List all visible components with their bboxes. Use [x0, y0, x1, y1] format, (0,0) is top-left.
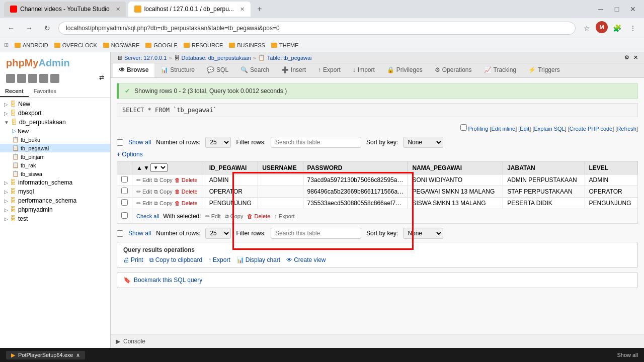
tab-browse[interactable]: 👁 Browse: [113, 63, 154, 77]
tree-table-tb-pinjam[interactable]: 📋 tb_pinjam: [0, 152, 110, 161]
show-all-checkbox-bottom[interactable]: [117, 230, 123, 237]
th-password[interactable]: PASSWORD: [303, 161, 408, 174]
print-link[interactable]: 🖨 Print: [123, 256, 143, 263]
row1-checkbox[interactable]: [121, 176, 128, 183]
profile-button[interactable]: M: [596, 21, 608, 33]
edit-inline-link[interactable]: Edit inline: [491, 126, 515, 132]
show-all-checkbox-top[interactable]: [117, 139, 123, 146]
tab-sql[interactable]: 💬 SQL: [201, 63, 234, 77]
bulk-delete-link[interactable]: 🗑 Delete: [247, 213, 270, 219]
tree-table-tb-buku[interactable]: 📋 tb_buku: [0, 135, 110, 144]
tree-table-tb-pegawai[interactable]: 📋 tb_pegawai: [0, 144, 110, 152]
taskbar-app[interactable]: ▶ PotPlayerSetup64.exe ∧: [6, 351, 85, 359]
gear-settings-icon[interactable]: ⚙: [624, 54, 629, 61]
tab-localhost[interactable]: localhost / 127.0.0.1 / db_perpu... ✕: [128, 2, 251, 17]
extensions-button[interactable]: 🧩: [610, 21, 624, 35]
row3-delete-link[interactable]: 🗑 Delete: [175, 200, 198, 206]
settings-icon[interactable]: [17, 74, 26, 83]
bm-overclock[interactable]: OVERCLOCK: [54, 42, 97, 48]
bm-resource[interactable]: RESOURCE: [184, 42, 223, 48]
tree-item-mysql[interactable]: ▷ 🗄 mysql: [0, 187, 110, 196]
rows-select-bottom[interactable]: 25 50 100: [205, 228, 231, 239]
taskbar-show-all[interactable]: Show all: [617, 352, 638, 358]
row2-copy-link[interactable]: ⧉ Copy: [154, 189, 173, 195]
tree-table-tb-rak[interactable]: 📋 tb_rak: [0, 161, 110, 169]
tab-youtube[interactable]: Channel videos - YouTube Studio ✕: [4, 2, 126, 17]
server-link[interactable]: Server: 127.0.0.1: [124, 55, 167, 61]
tree-item-db-perpustakaan[interactable]: ▼ 🗄 db_perpustakaan: [0, 118, 110, 127]
sort-by-key-select-bottom[interactable]: None: [403, 228, 443, 239]
tree-item-phpmyadmin[interactable]: ▷ 🗄 phpmyadmin: [0, 205, 110, 214]
rows-select-top[interactable]: 25 50 100: [205, 137, 231, 148]
tree-item-new[interactable]: ▷ 🗄 New: [0, 100, 110, 109]
info-icon[interactable]: [28, 74, 37, 83]
tab-localhost-close[interactable]: ✕: [240, 6, 245, 13]
new-tab-button[interactable]: +: [253, 2, 267, 16]
minimize-button[interactable]: ─: [594, 2, 608, 16]
tab-export[interactable]: ↑ Export: [312, 63, 347, 77]
tab-insert[interactable]: ➕ Insert: [275, 63, 312, 77]
home-icon[interactable]: [6, 74, 15, 83]
profiling-checkbox[interactable]: [460, 124, 467, 131]
sidebar-tab-recent[interactable]: Recent: [0, 86, 29, 97]
database-link[interactable]: Database: db_perpustakaan: [182, 55, 251, 61]
row1-copy-link[interactable]: ⧉ Copy: [154, 177, 173, 184]
row3-checkbox[interactable]: [121, 199, 128, 206]
bm-theme[interactable]: THEME: [271, 42, 299, 48]
filter-rows-input-top[interactable]: [271, 137, 361, 148]
back-button[interactable]: ←: [4, 21, 18, 35]
bulk-copy-link[interactable]: ⧉ Copy: [225, 213, 244, 220]
th-jabatan[interactable]: JABATAN: [503, 161, 585, 174]
tab-triggers[interactable]: ⚡ Triggers: [522, 63, 566, 77]
row1-edit-link[interactable]: ✏ Edit: [136, 177, 152, 184]
filter-rows-input-bottom[interactable]: [271, 228, 361, 239]
close-panel-icon[interactable]: ✕: [633, 54, 638, 61]
tree-table-new[interactable]: ▷ New: [0, 127, 110, 135]
reload-button[interactable]: ↻: [40, 21, 54, 35]
create-php-link[interactable]: Create PHP code: [570, 126, 612, 132]
options-link[interactable]: + Options: [117, 151, 143, 158]
row2-checkbox[interactable]: [121, 188, 128, 194]
show-all-link-bottom[interactable]: Show all: [128, 230, 151, 237]
refresh-icon[interactable]: [50, 74, 59, 83]
sidebar-tab-favorites[interactable]: Favorites: [29, 86, 61, 97]
tab-operations[interactable]: ⚙ Operations: [429, 63, 478, 77]
th-username[interactable]: USERNAME: [258, 161, 303, 174]
sort-up-icon[interactable]: ▲: [136, 164, 142, 171]
row3-copy-link[interactable]: ⧉ Copy: [154, 200, 173, 207]
tab-search[interactable]: 🔍 Search: [234, 63, 275, 77]
close-button[interactable]: ✕: [626, 2, 640, 16]
sort-select[interactable]: ▼: [150, 163, 168, 172]
edit-link[interactable]: Edit: [520, 126, 529, 132]
menu-button[interactable]: ⋮: [626, 21, 640, 35]
export-link[interactable]: ↑ Export: [208, 256, 230, 263]
bookmark-link[interactable]: Bookmark this SQL query: [134, 277, 202, 284]
tab-tracking[interactable]: 📈 Tracking: [478, 63, 523, 77]
profiling-link[interactable]: Profiling: [468, 126, 489, 132]
tree-item-information-schema[interactable]: ▷ 🗄 information_schema: [0, 178, 110, 187]
tab-youtube-close[interactable]: ✕: [116, 6, 120, 13]
refresh-link[interactable]: Refresh: [617, 126, 636, 132]
tab-import[interactable]: ↓ Import: [347, 63, 381, 77]
console-bar[interactable]: ▶ Console: [111, 334, 644, 348]
th-level[interactable]: LEVEL: [585, 161, 638, 174]
explain-sql-link[interactable]: Explain SQL: [534, 126, 565, 132]
row3-edit-link[interactable]: ✏ Edit: [136, 200, 152, 207]
bulk-export-link[interactable]: ↑ Export: [274, 213, 294, 219]
bulk-edit-link[interactable]: ✏ Edit: [205, 213, 221, 220]
sort-down-icon[interactable]: ▼: [143, 164, 149, 171]
row2-edit-link[interactable]: ✏ Edit: [136, 189, 152, 195]
table-link[interactable]: Table: tb_pegawai: [267, 55, 312, 61]
th-nama-pegawai[interactable]: NAMA_PEGAWAI: [408, 161, 503, 174]
tree-item-performance-schema[interactable]: ▷ 🗄 performance_schema: [0, 196, 110, 205]
tree-item-dbexport[interactable]: ▷ 🗄 dbexport: [0, 109, 110, 118]
row1-delete-link[interactable]: 🗑 Delete: [175, 177, 198, 183]
bm-google[interactable]: GOOGLE: [145, 42, 178, 48]
check-all-link[interactable]: Check all: [136, 213, 159, 219]
show-all-link-top[interactable]: Show all: [128, 139, 151, 146]
bookmark-star[interactable]: ☆: [580, 21, 594, 35]
gear-icon[interactable]: [39, 74, 48, 83]
tab-privileges[interactable]: 🔒 Privileges: [381, 63, 429, 77]
th-id-pegawai[interactable]: ID_PEGAWAI: [205, 161, 258, 174]
forward-button[interactable]: →: [22, 21, 36, 35]
